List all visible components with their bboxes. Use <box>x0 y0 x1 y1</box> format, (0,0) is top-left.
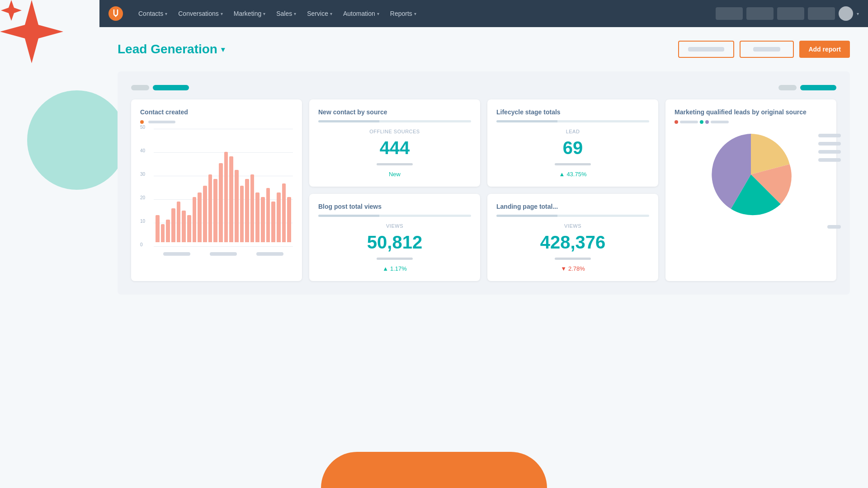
pie-right-legend <box>818 134 841 162</box>
nav-item-reports[interactable]: Reports ▾ <box>386 7 421 20</box>
filter-bar <box>131 85 836 90</box>
filter-pills-left <box>131 85 189 90</box>
chart-bar <box>156 215 160 242</box>
x-label-1 <box>163 252 190 256</box>
lifecycle-title: Lifecycle stage totals <box>496 108 649 116</box>
chart-legend-dot <box>140 120 144 124</box>
pie-container <box>675 129 827 220</box>
svg-point-0 <box>108 6 123 21</box>
landing-bar <box>555 258 591 260</box>
nav-item-service[interactable]: Service ▾ <box>302 7 337 20</box>
nav-item-contacts[interactable]: Contacts ▾ <box>134 7 172 20</box>
nav-item-conversations[interactable]: Conversations ▾ <box>174 7 227 20</box>
nav-item-marketing[interactable]: Marketing ▾ <box>229 7 270 20</box>
metric-bar <box>377 163 413 165</box>
chart-bar <box>240 186 244 242</box>
page-title[interactable]: Lead Generation ▾ <box>118 42 225 56</box>
new-contact-by-source-card: New contact by source OFFLINE SOURCES 44… <box>309 99 480 187</box>
right-legend-bar-1 <box>818 134 841 137</box>
chart-bar <box>224 152 228 242</box>
legend-bar-1 <box>680 121 698 123</box>
main-content: Lead Generation ▾ Add report <box>99 27 868 308</box>
filter-pill-2[interactable] <box>153 85 189 90</box>
page-header: Lead Generation ▾ Add report <box>118 41 850 58</box>
add-report-button[interactable]: Add report <box>799 41 850 58</box>
dashboard-container: Contact created 50 40 30 20 10 0 <box>118 71 850 295</box>
bottom-legend <box>827 225 841 229</box>
filter-button[interactable] <box>740 41 794 58</box>
lead-value: 69 <box>496 138 649 158</box>
blog-loading-bar <box>318 215 471 217</box>
chart-bar <box>277 192 281 242</box>
nav-item-automation[interactable]: Automation ▾ <box>339 7 384 20</box>
new-label: New <box>389 171 401 178</box>
chart-bar <box>282 183 286 242</box>
nav-placeholder-1 <box>716 7 743 20</box>
chart-bar <box>250 174 255 242</box>
blog-change: ▲ 1.17% <box>318 265 471 272</box>
chart-bar <box>182 211 186 242</box>
chevron-down-icon: ▾ <box>414 11 416 16</box>
contact-created-card: Contact created 50 40 30 20 10 0 <box>131 99 302 281</box>
x-label-3 <box>256 252 283 256</box>
landing-page-title: Landing page total... <box>496 203 649 210</box>
filter-pill-3[interactable] <box>778 85 797 90</box>
user-menu-chevron[interactable]: ▾ <box>857 11 859 16</box>
legend-dot-purple <box>705 120 709 124</box>
lifecycle-stage-card: Lifecycle stage totals LEAD 69 ▲ 43.75% <box>487 99 658 187</box>
filter-pill-1[interactable] <box>131 85 149 90</box>
nav-menu: Contacts ▾ Conversations ▾ Marketing ▾ S… <box>134 7 716 20</box>
y-label-30: 30 <box>140 171 145 176</box>
chart-bar <box>203 186 207 242</box>
right-legend-bar-3 <box>818 150 841 154</box>
chart-bar <box>235 170 239 242</box>
chevron-down-icon: ▾ <box>377 11 379 16</box>
chart-bar <box>213 179 217 242</box>
mql-legend-dots <box>675 120 827 124</box>
offline-sources-value: 444 <box>318 138 471 158</box>
deco-bottom-shape <box>321 452 547 488</box>
landing-change: ▼ 2.78% <box>496 265 649 272</box>
navbar-right: ▾ <box>716 6 859 21</box>
offline-sources-label: OFFLINE SOURCES <box>318 129 471 134</box>
legend-dot-red <box>675 120 678 124</box>
chevron-down-icon: ▾ <box>165 11 167 16</box>
card-loading-bar <box>318 120 471 122</box>
date-range-button[interactable] <box>678 41 734 58</box>
chevron-down-icon: ▾ <box>221 11 223 16</box>
landing-page-views-card: Landing page total... VIEWS 428,376 ▼ 2.… <box>487 194 658 281</box>
y-label-50: 50 <box>140 124 145 129</box>
chart-bar <box>208 174 212 242</box>
chart-bar <box>245 179 249 242</box>
bars-container <box>154 129 293 242</box>
y-label-20: 20 <box>140 195 145 200</box>
chart-bar <box>255 192 259 242</box>
mql-title: Marketing qualified leads by original so… <box>675 108 827 116</box>
lifecycle-change: ▲ 43.75% <box>496 171 649 178</box>
new-contact-title: New contact by source <box>318 108 471 116</box>
landing-views-value: 428,376 <box>496 232 649 252</box>
landing-views-label: VIEWS <box>496 223 649 229</box>
chart-bar <box>171 208 175 242</box>
lifecycle-bar <box>555 163 591 165</box>
up-arrow-icon: ▲ <box>382 265 388 272</box>
nav-item-sales[interactable]: Sales ▾ <box>272 7 301 20</box>
chevron-down-icon: ▾ <box>263 11 265 16</box>
title-chevron-icon: ▾ <box>221 45 225 54</box>
blog-post-views-card: Blog post total views VIEWS 50,812 ▲ 1.1… <box>309 194 480 281</box>
x-label-2 <box>210 252 237 256</box>
y-label-10: 10 <box>140 218 145 223</box>
right-legend-bar-2 <box>818 142 841 145</box>
chart-legend-ref <box>148 121 175 123</box>
filter-pill-4[interactable] <box>800 85 836 90</box>
nav-placeholder-4 <box>808 7 835 20</box>
lifecycle-loading-bar <box>496 120 649 122</box>
up-arrow-icon: ▲ <box>559 171 565 178</box>
pie-chart <box>706 129 796 220</box>
header-actions: Add report <box>678 41 850 58</box>
chart-bar <box>198 192 202 242</box>
chart-bar <box>193 197 197 242</box>
cards-grid: Contact created 50 40 30 20 10 0 <box>131 99 836 281</box>
chart-bar <box>261 197 265 242</box>
user-avatar[interactable] <box>839 6 853 21</box>
